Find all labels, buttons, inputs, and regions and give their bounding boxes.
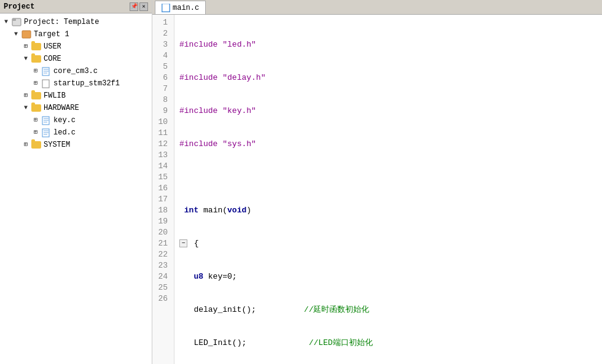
led-c-icon xyxy=(41,128,52,137)
editor-tabs: main.c xyxy=(152,0,602,15)
tab-label: main.c xyxy=(173,4,199,12)
key-c-label: key.c xyxy=(53,115,76,126)
project-label: Project: Template xyxy=(24,17,99,28)
expander-target1[interactable]: ▼ xyxy=(11,29,21,40)
fwlib-label: FWLIB xyxy=(44,90,66,101)
tree-node-startup[interactable]: ⊞ startup_stm32f1 xyxy=(0,77,152,90)
code-line xyxy=(179,172,597,183)
sidebar-controls: 📌 ✕ xyxy=(130,2,148,11)
tree-node-user[interactable]: ⊞ USER xyxy=(0,41,152,53)
svg-rect-12 xyxy=(42,129,49,137)
svg-rect-16 xyxy=(162,4,170,12)
code-line: int main(void) xyxy=(179,205,597,216)
core-folder-icon xyxy=(31,54,42,64)
code-line-fold: − { xyxy=(179,238,597,249)
tree-node-core[interactable]: ▼ CORE xyxy=(0,53,152,65)
fwlib-icon xyxy=(31,91,42,101)
target-icon xyxy=(21,29,32,39)
system-label: SYSTEM xyxy=(44,139,70,150)
main-layout: Project 📌 ✕ ▼ Project: Template ▼ xyxy=(0,0,602,364)
expander-fwlib[interactable]: ⊞ xyxy=(21,90,31,101)
svg-rect-3 xyxy=(42,68,49,76)
fold-btn-7[interactable]: − xyxy=(179,239,187,247)
core-cm3-label: core_cm3.c xyxy=(53,66,98,77)
tree-node-target1[interactable]: ▼ Target 1 xyxy=(0,28,152,41)
project-tree: ▼ Project: Template ▼ Target 1 ⊞ xyxy=(0,14,152,364)
tab-main-c[interactable]: main.c xyxy=(155,1,206,14)
expander-core-cm3[interactable]: ⊞ xyxy=(31,66,41,77)
code-line: #include "key.h" xyxy=(179,106,597,117)
core-label: CORE xyxy=(44,53,61,64)
startup-label: startup_stm32f1 xyxy=(53,78,120,89)
code-line: LED_Init(); //LED端口初始化 xyxy=(179,338,597,349)
svg-rect-1 xyxy=(12,18,16,21)
code-line: #include "delay.h" xyxy=(179,72,597,83)
project-icon xyxy=(11,17,22,27)
tree-node-hardware[interactable]: ▼ HARDWARE xyxy=(0,102,152,114)
expander-project[interactable]: ▼ xyxy=(1,17,11,28)
project-panel: Project 📌 ✕ ▼ Project: Template ▼ xyxy=(0,0,152,364)
tree-node-led-c[interactable]: ⊞ led.c xyxy=(0,126,152,139)
sidebar-title: Project xyxy=(4,2,34,11)
expander-core[interactable]: ▼ xyxy=(21,53,31,64)
code-container[interactable]: 12345 678910 1112131415 1617181920 21222… xyxy=(152,15,602,364)
close-panel-button[interactable]: ✕ xyxy=(139,2,148,11)
tree-node-key-c[interactable]: ⊞ key.c xyxy=(0,114,152,126)
user-folder-icon xyxy=(31,42,42,52)
key-c-icon xyxy=(41,115,52,125)
target1-label: Target 1 xyxy=(34,29,69,40)
tab-file-icon xyxy=(162,4,170,12)
svg-rect-2 xyxy=(22,31,31,38)
svg-rect-7 xyxy=(42,80,49,88)
user-label: USER xyxy=(44,41,61,52)
tree-node-fwlib[interactable]: ⊞ FWLIB xyxy=(0,90,152,102)
editor-area: main.c 12345 678910 1112131415 161718192… xyxy=(152,0,602,364)
expander-startup[interactable]: ⊞ xyxy=(31,78,41,89)
hardware-label: HARDWARE xyxy=(44,103,79,114)
expander-user[interactable]: ⊞ xyxy=(21,41,31,52)
line-numbers: 12345 678910 1112131415 1617181920 21222… xyxy=(152,15,174,364)
system-icon xyxy=(31,140,42,150)
led-c-label: led.c xyxy=(53,127,76,138)
svg-rect-8 xyxy=(42,117,49,125)
code-line: #include "sys.h" xyxy=(179,139,597,150)
core-cm3-icon xyxy=(41,66,52,76)
expander-system[interactable]: ⊞ xyxy=(21,139,31,150)
code-line: u8 key=0; xyxy=(179,271,597,282)
startup-icon xyxy=(41,79,52,88)
expander-led-c[interactable]: ⊞ xyxy=(31,127,41,138)
expander-hardware[interactable]: ▼ xyxy=(21,103,31,114)
code-body: #include "led.h" #include "delay.h" #inc… xyxy=(174,15,602,364)
expander-key-c[interactable]: ⊞ xyxy=(31,115,41,126)
sidebar-header: Project 📌 ✕ xyxy=(0,0,152,14)
tree-node-system[interactable]: ⊞ SYSTEM xyxy=(0,139,152,151)
tree-node-core-cm3[interactable]: ⊞ core_cm3.c xyxy=(0,65,152,77)
code-line: #include "led.h" xyxy=(179,39,597,50)
code-line: delay_init(); //延时函数初始化 xyxy=(179,304,597,316)
pin-button[interactable]: 📌 xyxy=(130,2,138,11)
tree-node-project-root[interactable]: ▼ Project: Template xyxy=(0,16,152,28)
hardware-icon xyxy=(31,103,42,113)
